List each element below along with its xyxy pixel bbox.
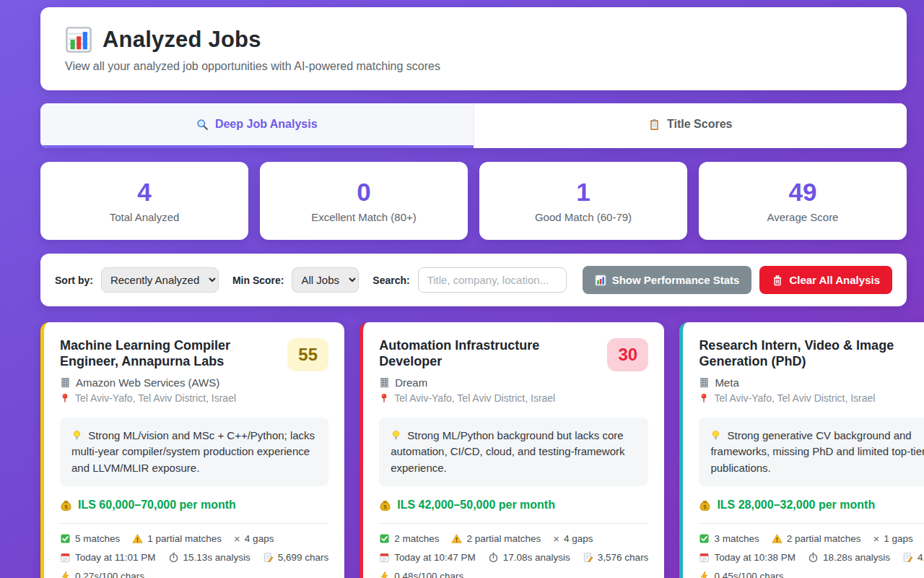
divider bbox=[699, 523, 924, 524]
warning-icon bbox=[132, 533, 143, 544]
matches-count: 5 matches bbox=[60, 533, 120, 544]
building-icon bbox=[60, 377, 71, 388]
header-card: Analyzed Jobs View all your analyzed job… bbox=[40, 7, 907, 90]
job-company: Amazon Web Services (AWS) bbox=[76, 376, 219, 389]
memo-icon bbox=[902, 552, 913, 563]
job-location: Tel Aviv-Yafo, Tel Aviv District, Israel bbox=[75, 392, 236, 404]
stat-value: 1 bbox=[576, 178, 590, 207]
matches-count: 2 matches bbox=[379, 533, 439, 544]
analysis-duration: 15.13s analysis bbox=[168, 552, 250, 563]
stat-value: 0 bbox=[357, 178, 370, 207]
building-icon bbox=[699, 377, 710, 388]
job-company: Meta bbox=[715, 376, 738, 389]
clear-all-analysis-button[interactable]: Clear All Analysis bbox=[759, 266, 892, 294]
job-card[interactable]: Machine Learning Compiler Engineer, Anna… bbox=[40, 322, 344, 578]
memo-icon bbox=[263, 552, 274, 563]
warning-icon bbox=[772, 533, 783, 544]
check-icon bbox=[379, 533, 390, 544]
tab-deep-job-analysis[interactable]: Deep Job Analysis bbox=[40, 103, 474, 148]
stopwatch-icon bbox=[488, 552, 499, 563]
bulb-icon bbox=[71, 430, 82, 441]
sort-by-label: Sort by: bbox=[55, 275, 93, 286]
stats-row: 4 Total Analyzed 0 Excellent Match (80+)… bbox=[40, 162, 907, 240]
memo-icon bbox=[583, 552, 593, 563]
lightning-icon bbox=[699, 571, 710, 578]
page-title: Analyzed Jobs bbox=[103, 27, 261, 53]
stat-value: 49 bbox=[789, 178, 817, 207]
analyzed-timestamp: Today at 11:01 PM bbox=[60, 552, 156, 563]
page: Analyzed Jobs View all your analyzed job… bbox=[0, 0, 924, 578]
ai-summary: Strong generative CV background and fram… bbox=[699, 418, 924, 487]
job-title: Automation Infrastructure Developer bbox=[379, 338, 598, 370]
divider bbox=[379, 523, 648, 524]
job-title: Research Intern, Video & Image Generatio… bbox=[699, 338, 918, 370]
analysis-speed: 0.48s/100 chars bbox=[379, 571, 463, 578]
stat-good-match: 1 Good Match (60-79) bbox=[479, 162, 687, 240]
job-card[interactable]: Automation Infrastructure Developer Drea… bbox=[359, 322, 664, 578]
moneybag-icon bbox=[60, 499, 72, 512]
bar-chart-icon bbox=[65, 26, 92, 53]
bulb-icon bbox=[710, 430, 721, 441]
partial-matches-count: 1 partial matches bbox=[132, 533, 222, 544]
score-badge: 30 bbox=[607, 338, 648, 371]
job-card[interactable]: Research Intern, Video & Image Generatio… bbox=[679, 322, 924, 578]
stat-value: 4 bbox=[137, 178, 151, 207]
char-count: 4,062 chars bbox=[902, 552, 924, 563]
job-location: Tel Aviv-Yafo, Tel Aviv District, Israel bbox=[394, 392, 555, 404]
job-title: Machine Learning Compiler Engineer, Anna… bbox=[60, 338, 279, 370]
moneybag-icon bbox=[699, 499, 711, 512]
stopwatch-icon bbox=[168, 552, 179, 563]
warning-icon bbox=[451, 533, 462, 544]
job-location: Tel Aviv-Yafo, Tel Aviv District, Israel bbox=[714, 392, 875, 404]
analyzed-timestamp: Today at 10:47 PM bbox=[379, 552, 476, 563]
pin-icon bbox=[60, 393, 70, 403]
magnifier-icon bbox=[196, 118, 209, 131]
stat-total-analyzed: 4 Total Analyzed bbox=[40, 162, 248, 240]
tab-label: Deep Job Analysis bbox=[215, 118, 318, 131]
salary-row: ILS 28,000–32,000 per month bbox=[699, 499, 924, 512]
search-input[interactable] bbox=[418, 267, 567, 293]
check-icon bbox=[60, 533, 71, 544]
analysis-speed: 0.27s/100 chars bbox=[60, 571, 144, 578]
tab-bar: Deep Job Analysis Title Scores bbox=[40, 103, 907, 148]
stat-average-score: 49 Average Score bbox=[699, 162, 907, 240]
trash-icon bbox=[772, 275, 783, 286]
stat-excellent-match: 0 Excellent Match (80+) bbox=[260, 162, 468, 240]
clipboard-icon bbox=[648, 118, 661, 131]
lightning-icon bbox=[60, 571, 71, 578]
ai-summary: Strong ML/vision and MSc + C++/Python; l… bbox=[60, 418, 328, 487]
jobs-row: Machine Learning Compiler Engineer, Anna… bbox=[40, 322, 907, 578]
lightning-icon bbox=[379, 571, 390, 578]
min-score-label: Min Score: bbox=[232, 275, 284, 286]
partial-matches-count: 2 partial matches bbox=[451, 533, 541, 544]
stat-label: Good Match (60-79) bbox=[535, 211, 632, 223]
char-count: 3,576 chars bbox=[583, 552, 649, 563]
divider bbox=[60, 523, 328, 524]
stat-label: Average Score bbox=[767, 211, 839, 223]
filter-bar: Sort by: Recently Analyzed Min Score: Al… bbox=[40, 254, 907, 306]
building-icon bbox=[379, 377, 390, 388]
gaps-count: × 4 gaps bbox=[234, 533, 274, 544]
min-score-select[interactable]: All Jobs bbox=[292, 267, 359, 293]
show-performance-stats-button[interactable]: Show Performance Stats bbox=[583, 266, 752, 294]
sort-select[interactable]: Recently Analyzed bbox=[101, 267, 219, 293]
calendar-icon bbox=[60, 552, 71, 563]
x-icon: × bbox=[553, 533, 559, 544]
ai-summary: Strong ML/Python background but lacks co… bbox=[379, 418, 648, 487]
x-icon: × bbox=[873, 533, 879, 544]
analysis-duration: 17.08s analysis bbox=[488, 552, 570, 563]
tab-title-scores[interactable]: Title Scores bbox=[474, 103, 907, 148]
gaps-count: × 4 gaps bbox=[553, 533, 593, 544]
salary-row: ILS 60,000–70,000 per month bbox=[60, 499, 328, 512]
x-icon: × bbox=[234, 533, 240, 544]
search-label: Search: bbox=[372, 275, 409, 286]
score-badge: 55 bbox=[287, 338, 328, 371]
analyzed-timestamp: Today at 10:38 PM bbox=[699, 552, 796, 563]
page-subtitle: View all your analyzed job opportunities… bbox=[65, 60, 882, 73]
tab-label: Title Scores bbox=[667, 118, 732, 131]
stat-label: Total Analyzed bbox=[110, 211, 180, 223]
analysis-speed: 0.45s/100 chars bbox=[699, 571, 783, 578]
calendar-icon bbox=[379, 552, 390, 563]
matches-count: 3 matches bbox=[699, 533, 759, 544]
pin-icon bbox=[379, 393, 389, 403]
